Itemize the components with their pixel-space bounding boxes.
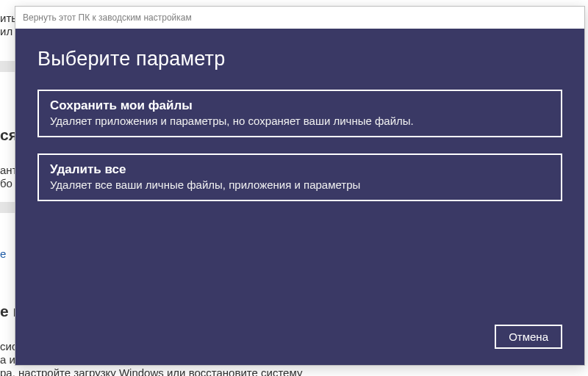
bg-text: бо (0, 176, 12, 191)
modal-heading: Выберите параметр (37, 48, 562, 70)
option-title: Сохранить мои файлы (50, 98, 550, 113)
bg-text: ра, настройте загрузку Windows или восст… (0, 366, 302, 376)
bg-link[interactable]: е (0, 247, 6, 261)
option-keep-files[interactable]: Сохранить мои файлы Удаляет приложения и… (37, 90, 562, 137)
modal-window-title: Вернуть этот ПК к заводским настройкам (23, 12, 192, 23)
option-description: Удаляет все ваши личные файлы, приложени… (50, 178, 550, 191)
option-description: Удаляет приложения и параметры, но сохра… (50, 115, 550, 127)
bg-text: а и (0, 352, 15, 367)
modal-footer: Отмена (495, 325, 562, 349)
option-remove-everything[interactable]: Удалить все Удаляет все ваши личные файл… (37, 153, 562, 201)
modal-body: Выберите параметр Сохранить мои файлы Уд… (15, 29, 584, 365)
modal-titlebar: Вернуть этот ПК к заводским настройкам (15, 7, 584, 29)
reset-pc-modal: Вернуть этот ПК к заводским настройкам В… (15, 6, 585, 366)
cancel-button[interactable]: Отмена (495, 325, 562, 349)
bg-text: ил (0, 24, 12, 39)
option-title: Удалить все (50, 162, 550, 177)
